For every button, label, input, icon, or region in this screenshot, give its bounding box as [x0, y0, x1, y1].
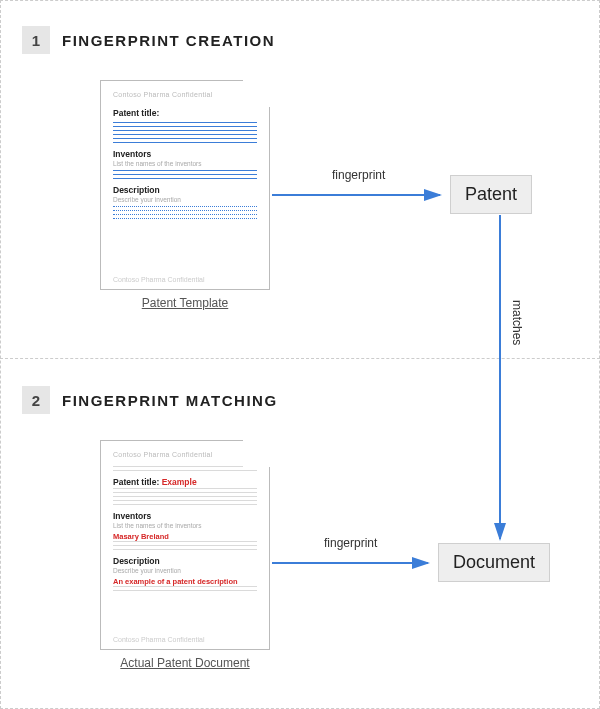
- actual-description-value: An example of a patent description: [113, 577, 257, 586]
- actual-patent-doc: Contoso Pharma Confidential Patent title…: [100, 440, 270, 670]
- step-2-number: 2: [22, 386, 50, 414]
- section-divider: [0, 358, 600, 359]
- step-1-number: 1: [22, 26, 50, 54]
- actual-header: Contoso Pharma Confidential: [113, 451, 257, 458]
- actual-paper: Contoso Pharma Confidential Patent title…: [100, 440, 270, 650]
- arrow-2-label: fingerprint: [324, 536, 377, 550]
- template-title-label: Patent title:: [113, 108, 257, 118]
- page-fold-icon: [244, 440, 270, 466]
- template-caption: Patent Template: [100, 296, 270, 310]
- actual-title-label: Patent title: Example: [113, 477, 257, 487]
- actual-inventors-label: Inventors: [113, 511, 257, 521]
- template-footer: Contoso Pharma Confidential: [113, 276, 204, 283]
- patent-node: Patent: [450, 175, 532, 214]
- actual-footer: Contoso Pharma Confidential: [113, 636, 204, 643]
- document-node: Document: [438, 543, 550, 582]
- section-2-header: 2 FINGERPRINT MATCHING: [22, 386, 278, 414]
- patent-template-doc: Contoso Pharma Confidential Patent title…: [100, 80, 270, 310]
- arrow-matches: [490, 215, 510, 545]
- actual-caption: Actual Patent Document: [100, 656, 270, 670]
- template-inventors-subtext: List the names of the inventors: [113, 160, 257, 167]
- arrow-matches-label: matches: [510, 300, 524, 345]
- actual-description-subtext: Describe your invention: [113, 567, 257, 574]
- page-fold-icon: [244, 80, 270, 106]
- actual-inventors-value: Masary Breland: [113, 532, 257, 541]
- template-description-label: Description: [113, 185, 257, 195]
- section-1-header: 1 FINGERPRINT CREATION: [22, 26, 275, 54]
- diagram-outer-border: [0, 0, 600, 709]
- template-inventors-label: Inventors: [113, 149, 257, 159]
- step-2-title: FINGERPRINT MATCHING: [62, 392, 278, 409]
- arrow-1-label: fingerprint: [332, 168, 385, 182]
- template-paper: Contoso Pharma Confidential Patent title…: [100, 80, 270, 290]
- arrow-fingerprint-2: [272, 553, 434, 573]
- template-description-subtext: Describe your invention: [113, 196, 257, 203]
- template-header: Contoso Pharma Confidential: [113, 91, 257, 98]
- actual-description-label: Description: [113, 556, 257, 566]
- actual-title-value: Example: [162, 477, 197, 487]
- arrow-fingerprint-1: [272, 185, 446, 205]
- step-1-title: FINGERPRINT CREATION: [62, 32, 275, 49]
- actual-inventors-subtext: List the names of the inventors: [113, 522, 257, 529]
